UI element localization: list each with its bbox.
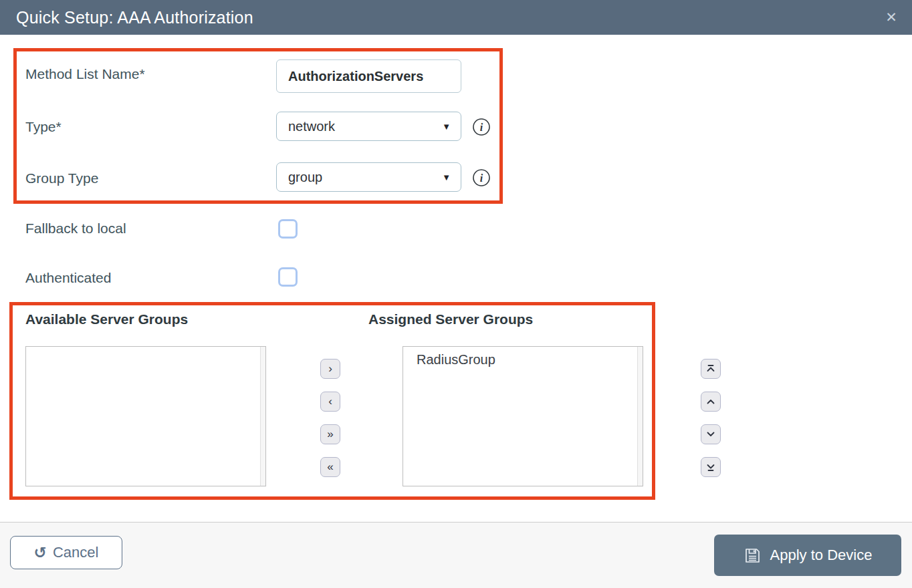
- move-down-button[interactable]: [701, 424, 721, 444]
- move-all-right-button[interactable]: »: [320, 424, 340, 444]
- svg-text:i: i: [480, 172, 483, 184]
- dialog-title: Quick Setup: AAA Authorization: [16, 0, 253, 35]
- move-to-top-icon: [705, 363, 716, 374]
- available-server-groups-list[interactable]: [25, 346, 266, 486]
- move-up-button[interactable]: [701, 392, 721, 412]
- move-to-top-button[interactable]: [701, 359, 721, 379]
- available-server-groups-heading: Available Server Groups: [25, 311, 188, 327]
- move-to-bottom-icon: [705, 462, 716, 472]
- fallback-to-local-checkbox[interactable]: [278, 219, 298, 239]
- scrollbar-track[interactable]: [260, 347, 265, 486]
- dialog-title-bar: Quick Setup: AAA Authorization ✕: [0, 0, 912, 35]
- move-all-left-button[interactable]: «: [320, 457, 340, 477]
- chevron-down-icon: ▼: [442, 172, 451, 182]
- scrollbar-track[interactable]: [637, 347, 643, 486]
- cancel-button[interactable]: ↺ Cancel: [10, 536, 122, 569]
- cancel-button-label: Cancel: [53, 544, 98, 561]
- assigned-server-groups-list[interactable]: RadiusGroup: [403, 346, 643, 486]
- assigned-server-groups-heading: Assigned Server Groups: [368, 311, 533, 327]
- type-select[interactable]: network ▼: [276, 112, 461, 141]
- authenticated-checkbox[interactable]: [278, 267, 298, 287]
- list-item-radius-group[interactable]: RadiusGroup: [403, 347, 643, 368]
- apply-button-label: Apply to Device: [770, 547, 873, 564]
- type-info-icon[interactable]: i: [472, 118, 491, 136]
- type-select-value: network: [288, 119, 335, 134]
- quick-setup-aaa-authorization-dialog: Quick Setup: AAA Authorization ✕ Method …: [0, 0, 912, 588]
- group-type-info-icon[interactable]: i: [472, 168, 491, 187]
- chevron-down-icon: ▼: [442, 122, 451, 132]
- chevron-up-icon: [705, 396, 716, 407]
- undo-icon: ↺: [34, 545, 47, 561]
- type-label: Type*: [25, 119, 62, 135]
- fallback-to-local-label: Fallback to local: [25, 220, 126, 237]
- authenticated-label: Authenticated: [25, 270, 111, 286]
- svg-text:i: i: [480, 122, 483, 133]
- group-type-select-value: group: [288, 170, 322, 185]
- move-left-button[interactable]: ‹: [320, 392, 340, 412]
- chevron-down-icon: [705, 429, 716, 440]
- close-icon[interactable]: ✕: [880, 0, 903, 35]
- group-type-label: Group Type: [25, 170, 98, 186]
- method-list-name-input[interactable]: [276, 59, 461, 93]
- save-icon: [744, 547, 762, 565]
- method-list-name-label: Method List Name*: [25, 66, 145, 82]
- move-to-bottom-button[interactable]: [701, 457, 721, 477]
- apply-to-device-button[interactable]: Apply to Device: [714, 535, 901, 576]
- move-right-button[interactable]: ›: [320, 359, 340, 379]
- group-type-select[interactable]: group ▼: [276, 162, 461, 192]
